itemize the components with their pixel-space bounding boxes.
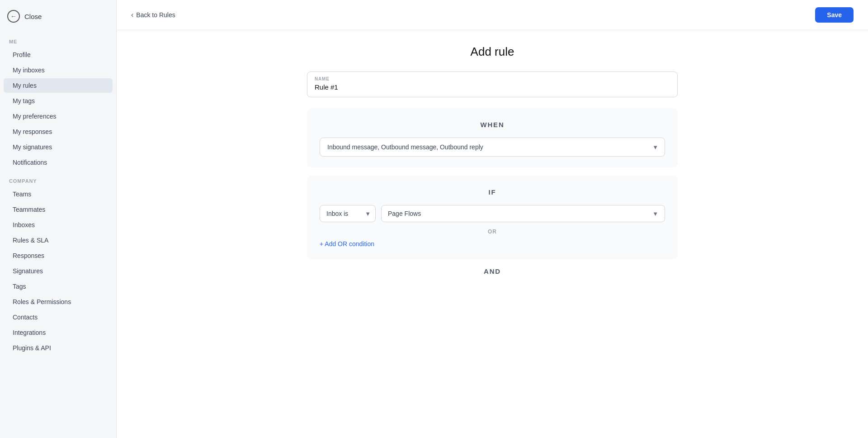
sidebar-item-my-preferences[interactable]: My preferences <box>4 109 113 124</box>
sidebar-item-teammates[interactable]: Teammates <box>4 202 113 217</box>
condition-type-select[interactable]: Inbox is Inbox is not Assignee is Tag is <box>320 205 375 222</box>
name-field-wrapper: NAME <box>307 71 678 97</box>
sidebar-item-my-signatures[interactable]: My signatures <box>4 140 113 154</box>
and-label: AND <box>307 267 678 275</box>
back-arrow-icon: ‹ <box>131 11 133 19</box>
sidebar-item-inboxes[interactable]: Inboxes <box>4 218 113 232</box>
sidebar-item-tags[interactable]: Tags <box>4 279 113 294</box>
sidebar-item-notifications[interactable]: Notifications <box>4 155 113 170</box>
sidebar-item-roles-permissions[interactable]: Roles & Permissions <box>4 295 113 309</box>
back-label: Back to Rules <box>136 11 175 19</box>
condition-type-wrapper: Inbox is Inbox is not Assignee is Tag is… <box>320 205 376 222</box>
sidebar-item-my-responses[interactable]: My responses <box>4 124 113 139</box>
when-dropdown[interactable]: Inbound message, Outbound message, Outbo… <box>320 138 665 156</box>
topbar: ‹ Back to Rules Save <box>117 0 868 30</box>
or-divider: OR <box>320 229 665 235</box>
sidebar-item-contacts[interactable]: Contacts <box>4 310 113 324</box>
if-heading: IF <box>320 188 665 196</box>
sidebar-item-rules-sla[interactable]: Rules & SLA <box>4 233 113 248</box>
sidebar-item-my-inboxes[interactable]: My inboxes <box>4 63 113 77</box>
page-title: Add rule <box>307 45 678 59</box>
if-section: IF Inbox is Inbox is not Assignee is Tag… <box>307 176 678 259</box>
add-or-condition-button[interactable]: + Add OR condition <box>320 239 374 248</box>
close-button[interactable]: ← Close <box>0 0 116 31</box>
company-section-label: COMPANY <box>0 170 116 186</box>
sidebar-item-signatures[interactable]: Signatures <box>4 264 113 278</box>
name-input[interactable] <box>315 83 670 91</box>
if-condition-row: Inbox is Inbox is not Assignee is Tag is… <box>320 205 665 222</box>
name-field-label: NAME <box>315 76 670 81</box>
close-label: Close <box>24 13 42 20</box>
when-section: WHEN Inbound message, Outbound message, … <box>307 108 678 167</box>
main-content: ‹ Back to Rules Save Add rule NAME WHEN … <box>117 0 868 438</box>
sidebar-item-profile[interactable]: Profile <box>4 48 113 62</box>
when-heading: WHEN <box>320 121 665 129</box>
rule-form: Add rule NAME WHEN Inbound message, Outb… <box>289 30 696 438</box>
sidebar-item-teams[interactable]: Teams <box>4 187 113 201</box>
sidebar: ← Close ME Profile My inboxes My rules M… <box>0 0 117 438</box>
condition-value-wrapper: Page Flows Support Sales ▼ <box>381 205 665 222</box>
back-to-rules-link[interactable]: ‹ Back to Rules <box>131 11 175 19</box>
sidebar-item-my-tags[interactable]: My tags <box>4 94 113 108</box>
me-section-label: ME <box>0 31 116 47</box>
condition-value-select[interactable]: Page Flows Support Sales <box>382 205 665 222</box>
sidebar-item-my-rules[interactable]: My rules <box>4 78 113 93</box>
close-icon: ← <box>7 10 20 23</box>
sidebar-item-plugins-api[interactable]: Plugins & API <box>4 341 113 355</box>
save-button[interactable]: Save <box>815 7 854 23</box>
sidebar-item-responses[interactable]: Responses <box>4 248 113 263</box>
when-dropdown-wrapper: Inbound message, Outbound message, Outbo… <box>320 138 665 157</box>
sidebar-item-integrations[interactable]: Integrations <box>4 325 113 340</box>
